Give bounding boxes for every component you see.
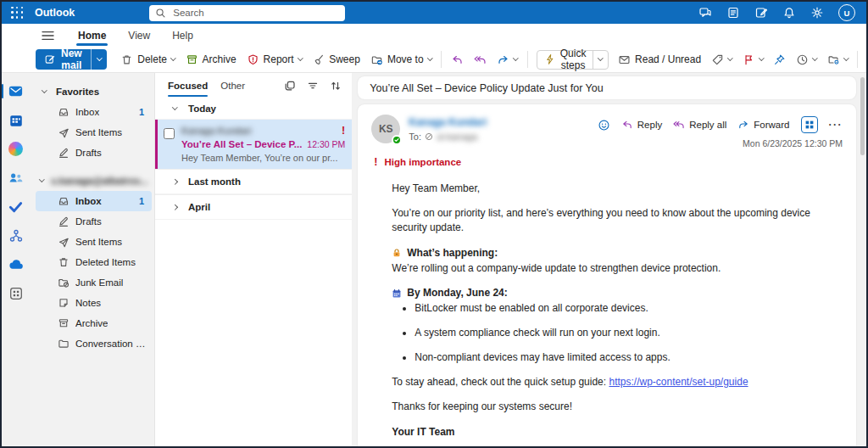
gear-icon[interactable]: [810, 6, 824, 20]
rail-todo-icon[interactable]: [5, 196, 27, 217]
favorites-header[interactable]: Favorites: [36, 81, 152, 102]
recipient-name[interactable]: ul-kanaga: [437, 132, 477, 142]
account-avatar[interactable]: U: [838, 4, 855, 21]
new-mail-button[interactable]: New mail: [36, 49, 91, 70]
favorite-inbox-label: Inbox: [75, 107, 99, 117]
section1-title: What’s happening:: [407, 246, 498, 260]
group-april[interactable]: April: [155, 194, 352, 220]
rail-org-chart-icon[interactable]: [5, 225, 27, 246]
snooze-button[interactable]: [791, 49, 822, 70]
group-today[interactable]: Today: [155, 98, 352, 120]
group-last-month-label: Last month: [188, 176, 241, 187]
tab-focused[interactable]: Focused: [168, 73, 208, 98]
presence-available-icon: [392, 135, 402, 145]
section1-text: We’re rolling out a company-wide update …: [392, 261, 843, 276]
archive-box-icon: [186, 53, 198, 66]
delete-button[interactable]: Delete: [115, 49, 180, 70]
message-header: KS Kanaga Kundari To: ul-kanaga: [371, 115, 843, 148]
favorite-item-inbox[interactable]: Inbox 1: [36, 102, 152, 122]
sweep-broom-icon: [312, 53, 325, 66]
forward-action-button[interactable]: Forward: [737, 119, 789, 131]
sender-avatar[interactable]: KS: [371, 115, 400, 143]
pin-icon: [773, 53, 786, 66]
search-box[interactable]: [149, 5, 345, 21]
topbar-icons: U: [698, 4, 855, 21]
hamburger-menu-icon[interactable]: [41, 30, 55, 42]
rail-people-icon[interactable]: [5, 167, 27, 188]
reply-button[interactable]: [446, 49, 469, 70]
report-button[interactable]: Report: [242, 49, 308, 70]
sender-name[interactable]: Kanaga Kundari: [409, 116, 487, 128]
rail-mail-icon[interactable]: [5, 81, 27, 102]
read-unread-label: Read / Unread: [635, 53, 701, 65]
teams-chat-icon[interactable]: [698, 6, 712, 20]
email-checkbox[interactable]: [164, 128, 175, 139]
account-email-label: s.kanaga@albatros...: [51, 176, 148, 186]
folder-item-deleted[interactable]: Deleted Items: [36, 252, 152, 272]
favorite-item-sent[interactable]: Sent Items: [36, 122, 152, 143]
setup-guide-link[interactable]: https://wp-content/set-up/guide: [609, 376, 748, 388]
new-mail-dropdown[interactable]: [91, 49, 108, 70]
sender-info: Kanaga Kundari To: ul-kanaga: [409, 115, 487, 142]
new-mail-label: New mail: [61, 48, 82, 71]
read-unread-button[interactable]: Read / Unread: [613, 49, 706, 70]
email-subject: You’re All Set – Device P...: [181, 139, 302, 149]
tab-help[interactable]: Help: [161, 24, 204, 47]
print-button[interactable]: [862, 49, 868, 70]
folder-item-archive[interactable]: Archive: [36, 313, 152, 333]
sort-icon[interactable]: [330, 80, 342, 92]
account-header[interactable]: s.kanaga@albatros...: [36, 171, 152, 191]
filter-icon[interactable]: [307, 80, 319, 92]
inbox-icon: [58, 195, 70, 207]
rail-calendar-icon[interactable]: [5, 109, 27, 131]
body-signoff: Your IT Team: [392, 425, 843, 440]
folder-item-drafts[interactable]: Drafts: [36, 211, 152, 232]
folder-archive-label: Archive: [75, 318, 108, 328]
app-rail: [2, 73, 30, 446]
group-last-month[interactable]: Last month: [155, 169, 352, 194]
folder-sent-label: Sent Items: [75, 237, 122, 247]
vertical-scrollbar[interactable]: [859, 73, 866, 446]
quick-steps-dropdown[interactable]: [593, 51, 608, 69]
quick-steps-button[interactable]: Quick steps: [537, 51, 593, 69]
email-list-item[interactable]: Kanaga Kundari ! You’re All Set – Device…: [155, 120, 352, 169]
tab-home[interactable]: Home: [67, 24, 117, 47]
folder-item-sent[interactable]: Sent Items: [36, 232, 152, 252]
rail-more-apps-icon[interactable]: [5, 283, 27, 304]
reply-all-button[interactable]: [469, 49, 492, 70]
folder-item-conversation-history[interactable]: Conversation Histo...: [36, 333, 152, 354]
rail-copilot-icon[interactable]: [5, 138, 27, 160]
favorite-item-drafts[interactable]: Drafts: [36, 143, 152, 163]
message-subject: You’re All Set – Device Policy Update Ju…: [370, 82, 603, 94]
move-to-button[interactable]: Move to: [365, 49, 437, 70]
document-feed-icon[interactable]: [726, 6, 740, 20]
select-messages-icon[interactable]: [284, 80, 296, 92]
message-more-button[interactable]: ···: [829, 119, 843, 131]
archive-button[interactable]: Archive: [181, 49, 242, 70]
scrollbar-thumb[interactable]: [860, 77, 865, 155]
forward-button[interactable]: [492, 49, 523, 70]
tab-view[interactable]: View: [117, 24, 161, 47]
tab-help-label: Help: [172, 30, 193, 42]
send-icon: [58, 126, 70, 138]
flag-button[interactable]: [737, 49, 769, 70]
rail-onedrive-icon[interactable]: [5, 254, 27, 275]
reply-all-action-button[interactable]: Reply all: [673, 119, 726, 131]
reaction-smiley-icon[interactable]: [598, 119, 610, 132]
search-input[interactable]: [171, 7, 339, 19]
folder-pane: Favorites Inbox 1 Sent Items Drafts s.ka…: [30, 73, 154, 446]
folder-item-notes[interactable]: Notes: [36, 293, 152, 313]
pin-button[interactable]: [768, 49, 791, 70]
sweep-button[interactable]: Sweep: [307, 49, 365, 70]
folder-item-inbox[interactable]: Inbox 1: [36, 191, 152, 211]
message-date: Mon 6/23/2025 12:30 PM: [743, 138, 843, 148]
folder-item-junk[interactable]: Junk Email: [36, 272, 152, 293]
categorize-button[interactable]: [706, 49, 737, 70]
tab-other[interactable]: Other: [220, 73, 245, 98]
reply-action-button[interactable]: Reply: [621, 119, 662, 131]
notes-icon[interactable]: [754, 6, 768, 20]
apps-grid-icon[interactable]: [801, 116, 818, 133]
app-launcher-icon[interactable]: [10, 6, 25, 20]
bell-icon[interactable]: [782, 6, 796, 20]
rules-button[interactable]: [822, 49, 854, 70]
